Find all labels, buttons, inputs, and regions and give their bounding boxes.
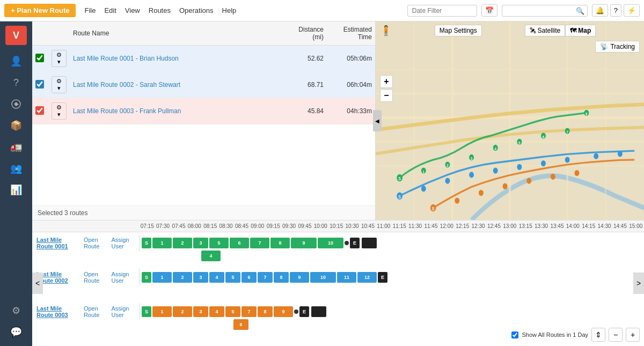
stop-0002-10: 10 bbox=[310, 272, 336, 283]
search-input[interactable] bbox=[502, 5, 588, 17]
route-1-name-link[interactable]: Last Mile Route 0001 - Brian Hudson bbox=[73, 55, 179, 62]
time-09-30: 09:30 bbox=[281, 222, 297, 230]
flash-icon-btn[interactable]: ⚡ bbox=[624, 4, 640, 17]
time-13-30: 13:30 bbox=[533, 222, 549, 230]
route-1-checkbox[interactable] bbox=[35, 54, 44, 62]
collapse-panel-toggle[interactable]: ◀ bbox=[373, 110, 382, 131]
timeline-route-0002: Last Mile Route 0002 Open Route Assign U… bbox=[32, 267, 644, 301]
route-0003-open-btn[interactable]: Open Route bbox=[84, 305, 107, 318]
svg-point-12 bbox=[397, 174, 402, 181]
tracking-button[interactable]: 📡 Tracking bbox=[595, 41, 640, 53]
tl-route-0003-link[interactable]: Last Mile Route 0003 bbox=[36, 305, 79, 318]
svg-point-27 bbox=[541, 160, 546, 166]
timeline-swap-btn[interactable]: ⇕ bbox=[591, 328, 605, 342]
route-row-2: ⚙ ▾ Last Mile Route 0002 - Sarah Stewart… bbox=[32, 72, 375, 98]
date-filter-input[interactable] bbox=[407, 5, 477, 17]
route-0003-assign-btn[interactable]: Assign User bbox=[111, 305, 135, 318]
nav-menu: File Edit View Routes Operations Help bbox=[84, 6, 236, 14]
nav-routes[interactable]: Routes bbox=[149, 6, 171, 14]
svg-text:S: S bbox=[398, 176, 401, 181]
nav-help[interactable]: Help bbox=[222, 6, 237, 14]
stop-0003-9: 9 bbox=[274, 306, 293, 317]
map-view-btn[interactable]: 🗺 Map bbox=[565, 25, 596, 36]
sidebar-icon-chat[interactable]: 💬 bbox=[6, 322, 26, 342]
satellite-view-btn[interactable]: 🛰 Satellite bbox=[525, 25, 566, 36]
sidebar-icon-help[interactable]: ? bbox=[6, 73, 26, 92]
map-settings-button[interactable]: Map Settings bbox=[435, 25, 482, 36]
route-1-gear-btn[interactable]: ⚙ ▾ bbox=[52, 50, 67, 67]
zoom-out-btn[interactable]: − bbox=[380, 89, 393, 102]
route-0001-stops-row2: 4 bbox=[140, 249, 644, 262]
svg-point-13 bbox=[421, 167, 426, 173]
route-2-checkbox[interactable] bbox=[35, 80, 44, 89]
stop-0002-11: 11 bbox=[337, 272, 356, 283]
stop-0003-e2 bbox=[311, 306, 326, 317]
stop-0003-s: S bbox=[142, 306, 151, 317]
route-0001-assign-btn[interactable]: Assign User bbox=[111, 237, 135, 249]
svg-point-26 bbox=[517, 164, 522, 170]
timeline-scroll-right[interactable]: > bbox=[633, 273, 644, 294]
question-icon-btn[interactable]: ? bbox=[610, 4, 621, 17]
stop-0002-8: 8 bbox=[274, 272, 289, 283]
time-12-30: 12:30 bbox=[471, 222, 486, 230]
svg-text:1: 1 bbox=[423, 170, 425, 174]
route-1-time: 05h:06m bbox=[327, 46, 375, 72]
time-14-15: 14:15 bbox=[581, 222, 597, 230]
sidebar-icon-person[interactable]: 👤 bbox=[6, 51, 26, 71]
nav-edit[interactable]: Edit bbox=[104, 6, 116, 14]
time-14-30: 14:30 bbox=[597, 222, 612, 230]
route-0002-open-btn[interactable]: Open Route bbox=[84, 271, 107, 284]
timeline-zoom-out-btn[interactable]: − bbox=[609, 328, 623, 342]
col-est-time: Estimated Time bbox=[327, 21, 375, 46]
time-13-00: 13:00 bbox=[502, 222, 518, 230]
route-3-name-link[interactable]: Last Mile Route 0003 - Frank Pullman bbox=[73, 107, 181, 115]
routes-panel: Route Name Distance (mi) Estimated Time … bbox=[32, 21, 376, 220]
sidebar-icon-drivers[interactable]: 👥 ▶ bbox=[6, 159, 26, 178]
stop-0001-3: 3 bbox=[193, 238, 208, 248]
route-0001-open-btn[interactable]: Open Route bbox=[84, 237, 107, 249]
stop-0003-4: 4 bbox=[209, 306, 224, 317]
svg-point-17 bbox=[517, 139, 522, 145]
stop-0003-7: 7 bbox=[241, 306, 257, 317]
timeline-scroll-left[interactable]: < bbox=[32, 273, 43, 294]
nav-file[interactable]: File bbox=[84, 6, 96, 14]
route-0002-assign-btn[interactable]: Assign User bbox=[111, 271, 135, 284]
calendar-icon-btn[interactable]: 📅 bbox=[481, 4, 497, 17]
stop-0002-5: 5 bbox=[225, 272, 240, 283]
map-panel[interactable]: 1 2 3 4 5 6 7 8 S S S bbox=[376, 21, 644, 220]
col-distance: Distance (mi) bbox=[284, 21, 327, 46]
sidebar-icon-chart[interactable]: 📊 bbox=[6, 180, 26, 200]
bell-icon-btn[interactable]: 🔔 bbox=[592, 4, 608, 17]
sidebar-icon-settings[interactable]: ⚙ bbox=[6, 301, 26, 320]
time-09-00: 09:00 bbox=[250, 222, 266, 230]
route-3-gear-btn[interactable]: ⚙ ▾ bbox=[52, 102, 67, 120]
plan-route-button[interactable]: + Plan New Route bbox=[4, 4, 76, 17]
svg-point-36 bbox=[551, 174, 555, 180]
svg-point-33 bbox=[479, 190, 484, 196]
svg-point-20 bbox=[584, 110, 589, 116]
sidebar-icon-box[interactable]: 📦 bbox=[6, 116, 26, 135]
stop-0002-7: 7 bbox=[258, 272, 273, 283]
svg-point-16 bbox=[493, 145, 498, 151]
sidebar-icon-truck[interactable]: 🚛 ▶ bbox=[6, 137, 26, 157]
route-2-name-link[interactable]: Last Mile Route 0002 - Sarah Stewart bbox=[73, 81, 180, 89]
svg-text:8: 8 bbox=[586, 112, 588, 116]
nav-operations[interactable]: Operations bbox=[179, 6, 214, 14]
route-3-checkbox[interactable] bbox=[35, 106, 44, 115]
svg-text:6: 6 bbox=[543, 135, 545, 139]
svg-text:2: 2 bbox=[447, 164, 449, 168]
zoom-in-btn[interactable]: + bbox=[380, 75, 393, 88]
svg-point-23 bbox=[445, 178, 450, 184]
time-11-15: 11:15 bbox=[392, 222, 407, 230]
timeline-zoom-in-btn[interactable]: + bbox=[626, 328, 640, 342]
nav-view[interactable]: View bbox=[125, 6, 140, 14]
sidebar-icon-routes[interactable]: ▶ bbox=[6, 94, 26, 114]
tl-route-0001-link[interactable]: Last Mile Route 0001 bbox=[36, 237, 79, 249]
stop-0003-3: 3 bbox=[193, 306, 208, 317]
stop-0003-2: 2 bbox=[173, 306, 192, 317]
show-all-routes-checkbox[interactable] bbox=[511, 332, 518, 338]
stop-0003-1: 1 bbox=[152, 306, 172, 317]
route-2-gear-btn[interactable]: ⚙ ▾ bbox=[52, 76, 67, 93]
time-12-00: 12:00 bbox=[439, 222, 455, 230]
svg-point-24 bbox=[469, 172, 474, 178]
